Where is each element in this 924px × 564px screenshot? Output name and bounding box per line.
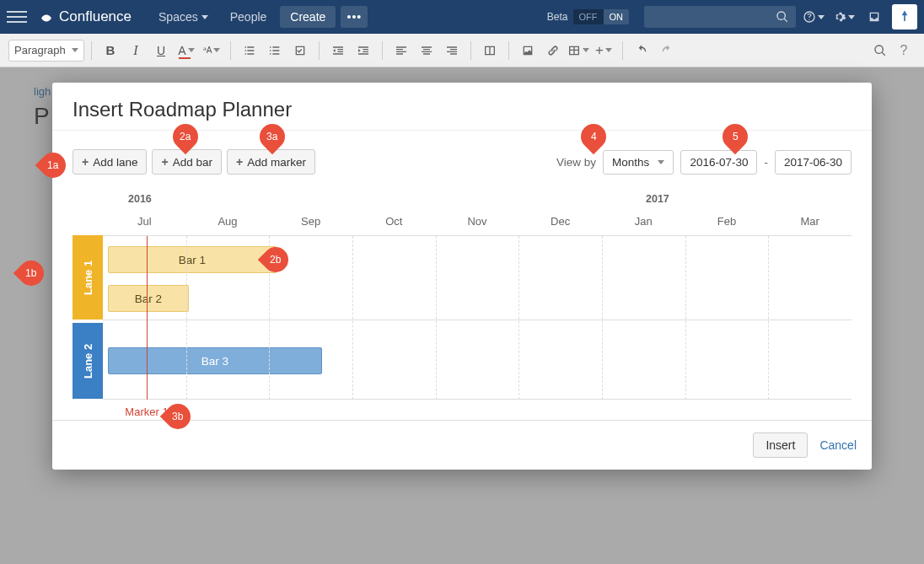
pin-1b: 1b bbox=[25, 267, 36, 279]
align-right-button[interactable] bbox=[440, 39, 464, 62]
gridline bbox=[518, 236, 519, 400]
marker-1-line[interactable] bbox=[147, 236, 148, 400]
profile-avatar[interactable] bbox=[892, 4, 917, 30]
roadmap-modal: Insert Roadmap Planner 1a 2a 3a 4 5 +Add… bbox=[52, 83, 872, 470]
month-jul: Jul bbox=[137, 215, 152, 228]
chevron-down-icon bbox=[201, 15, 208, 19]
beta-label: Beta bbox=[547, 11, 568, 23]
inbox-icon bbox=[868, 10, 881, 24]
link-button[interactable] bbox=[541, 39, 565, 62]
add-marker-button[interactable]: +Add marker bbox=[227, 149, 315, 175]
pin-2a: 2a bbox=[180, 131, 191, 142]
number-list-button[interactable] bbox=[263, 39, 287, 62]
inbox-button[interactable] bbox=[862, 4, 887, 30]
gridline bbox=[269, 236, 270, 400]
table-button[interactable] bbox=[567, 39, 590, 62]
lane-1: Bar 1 Bar 2 bbox=[103, 236, 851, 320]
chevron-down-icon bbox=[583, 48, 589, 52]
help-icon bbox=[803, 10, 816, 24]
month-oct: Oct bbox=[385, 215, 402, 228]
gridline bbox=[352, 236, 353, 400]
ellipsis-icon: ••• bbox=[346, 10, 362, 24]
hamburger-menu[interactable] bbox=[7, 7, 27, 27]
bar-1[interactable]: Bar 1 bbox=[108, 246, 277, 273]
chevron-down-icon bbox=[848, 15, 855, 19]
chevron-down-icon bbox=[658, 160, 664, 164]
task-list-button[interactable] bbox=[288, 39, 312, 62]
gridline bbox=[685, 236, 686, 400]
outdent-button[interactable] bbox=[326, 39, 350, 62]
help-button[interactable] bbox=[801, 4, 826, 30]
month-jan: Jan bbox=[635, 215, 653, 228]
add-lane-button[interactable]: +Add lane bbox=[73, 149, 147, 175]
plus-icon: + bbox=[82, 155, 89, 169]
more-format-button[interactable]: ᵃA bbox=[200, 39, 223, 62]
marker-1-label[interactable]: Marker 1 bbox=[125, 406, 168, 418]
align-center-button[interactable] bbox=[415, 39, 438, 62]
insert-button[interactable]: Insert bbox=[753, 432, 808, 458]
gridline bbox=[436, 236, 437, 400]
image-button[interactable] bbox=[516, 39, 540, 62]
align-left-button[interactable] bbox=[389, 39, 413, 62]
add-bar-button[interactable]: +Add bar bbox=[152, 149, 221, 175]
modal-title: Insert Roadmap Planner bbox=[73, 98, 851, 121]
avatar-icon bbox=[896, 8, 913, 25]
lane-2: Bar 3 bbox=[103, 324, 851, 400]
layout-button[interactable] bbox=[478, 39, 502, 62]
date-end-input[interactable]: 2017-06-30 bbox=[775, 150, 851, 175]
redo-button[interactable] bbox=[655, 39, 679, 62]
top-navbar: Confluence Spaces People Create ••• Beta… bbox=[0, 0, 924, 34]
add-marker-label: Add marker bbox=[247, 156, 306, 169]
format-dropdown[interactable]: Paragraph bbox=[8, 40, 84, 62]
create-button[interactable]: Create bbox=[280, 6, 336, 28]
find-button[interactable] bbox=[868, 39, 892, 62]
beta-off[interactable]: OFF bbox=[573, 9, 604, 24]
editor-toolbar: Paragraph B I U A ᵃA + ? bbox=[0, 34, 924, 67]
search-icon bbox=[776, 10, 789, 24]
pin-5: 5 bbox=[733, 131, 739, 142]
pin-3a: 3a bbox=[266, 131, 277, 142]
undo-button[interactable] bbox=[630, 39, 653, 62]
bold-button[interactable]: B bbox=[99, 39, 122, 62]
brand-logo[interactable]: Confluence bbox=[39, 8, 132, 25]
date-start-input[interactable]: 2016-07-30 bbox=[680, 150, 757, 175]
chevron-down-icon bbox=[188, 48, 195, 52]
chevron-down-icon bbox=[72, 48, 78, 52]
chevron-down-icon bbox=[818, 15, 825, 19]
bar-3[interactable]: Bar 3 bbox=[108, 347, 322, 374]
add-bar-label: Add bar bbox=[173, 156, 212, 169]
month-aug: Aug bbox=[218, 215, 237, 228]
year-2017: 2017 bbox=[646, 193, 669, 205]
plus-icon: + bbox=[236, 155, 243, 169]
create-more-button[interactable]: ••• bbox=[341, 6, 368, 28]
settings-button[interactable] bbox=[831, 4, 857, 30]
modal-overlay: Insert Roadmap Planner 1a 2a 3a 4 5 +Add… bbox=[0, 67, 924, 564]
view-by-select[interactable]: Months bbox=[603, 150, 674, 175]
month-mar: Mar bbox=[800, 215, 819, 228]
gridline bbox=[602, 236, 603, 400]
help-editor-button[interactable]: ? bbox=[892, 39, 916, 62]
month-dec: Dec bbox=[551, 215, 570, 228]
nav-people[interactable]: People bbox=[222, 5, 276, 29]
bullet-list-button[interactable] bbox=[238, 39, 261, 62]
beta-on[interactable]: ON bbox=[604, 9, 630, 24]
text-color-button[interactable]: A bbox=[175, 39, 198, 62]
lane-1-label[interactable]: Lane 1 bbox=[73, 235, 103, 320]
italic-button[interactable]: I bbox=[124, 39, 148, 62]
bar-2[interactable]: Bar 2 bbox=[108, 285, 189, 312]
nav-people-label: People bbox=[230, 10, 267, 24]
underline-button[interactable]: U bbox=[149, 39, 173, 62]
pin-4: 4 bbox=[591, 131, 597, 142]
gridline bbox=[768, 236, 769, 400]
year-2016: 2016 bbox=[128, 193, 152, 205]
search-input[interactable] bbox=[644, 6, 796, 28]
lane-2-label[interactable]: Lane 2 bbox=[73, 323, 103, 399]
beta-toggle: Beta OFF ON bbox=[547, 9, 629, 24]
brand-text: Confluence bbox=[59, 8, 132, 25]
insert-button[interactable]: + bbox=[592, 39, 615, 62]
nav-spaces[interactable]: Spaces bbox=[150, 5, 217, 29]
add-lane-label: Add lane bbox=[93, 156, 137, 169]
indent-button[interactable] bbox=[352, 39, 375, 62]
gridline bbox=[186, 236, 187, 400]
cancel-button[interactable]: Cancel bbox=[819, 438, 857, 452]
